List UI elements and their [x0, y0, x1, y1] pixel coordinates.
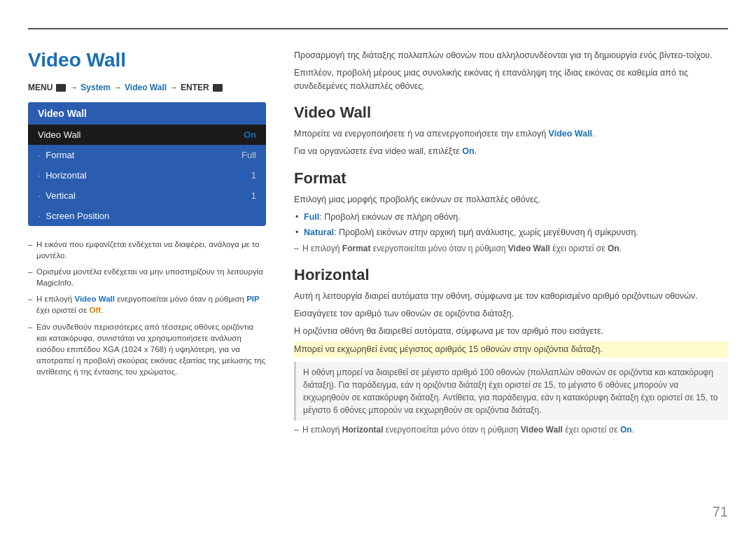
videowall-label: Video Wall: [125, 83, 167, 92]
menu-label: MENU: [28, 83, 52, 92]
menu-box: Video Wall Video Wall On · Format Full ·…: [28, 102, 266, 226]
arrow3: →: [169, 83, 178, 92]
arrow2: →: [113, 83, 122, 92]
intro-line-1: Προσαρμογή της διάταξης πολλαπλών οθονών…: [294, 49, 728, 62]
section-body-horizontal-1: Αυτή η λειτουργία διαιρεί αυτόματα την ο…: [294, 290, 728, 303]
menu-item-format[interactable]: · Format Full: [28, 145, 266, 165]
horizontal-note: Η επιλογή Horizontal ενεργοποιείται μόνο…: [294, 423, 728, 436]
intro-line-2: Επιπλέον, προβολή μέρους μιας συνολικής …: [294, 66, 728, 93]
enter-label: ENTER: [181, 83, 209, 92]
format-note: Η επιλογή Format ενεργοποιείται μόνο ότα…: [294, 242, 728, 255]
page-number: 71: [713, 504, 728, 520]
menu-item-videowall-value: On: [244, 129, 256, 140]
menu-item-vertical-label: · Vertical: [38, 190, 76, 201]
menu-item-format-label: · Format: [38, 150, 74, 160]
notes-section: Η εικόνα που εμφανίζεται ενδέχεται να δι…: [28, 239, 266, 377]
menu-box-header: Video Wall: [28, 102, 266, 125]
menu-item-screenpos[interactable]: · Screen Position: [28, 206, 266, 226]
page-content: Video Wall MENU → System → Video Wall → …: [28, 42, 728, 506]
section-body-videowall-1: Μπορείτε να ενεργοποιήσετε ή να απενεργο…: [294, 127, 728, 141]
menu-item-vertical[interactable]: · Vertical 1: [28, 185, 266, 206]
bullet-full: Full: Προβολή εικόνων σε πλήρη οθόνη.: [294, 211, 728, 224]
system-label: System: [80, 83, 111, 92]
bullet-natural: Natural: Προβολή εικόνων στην αρχική τιμ…: [294, 226, 728, 239]
section-body-horizontal-4: Μπορεί να εκχωρηθεί ένας μέγιστος αριθμό…: [294, 342, 728, 358]
section-body-videowall-2: Για να οργανώσετε ένα video wall, επιλέξ…: [294, 145, 728, 158]
menu-item-vertical-value: 1: [251, 190, 256, 201]
horizontal-note-box: Η οθόνη μπορεί να διαιρεθεί σε μέγιστο α…: [294, 362, 728, 421]
section-title-videowall: Video Wall: [294, 104, 728, 122]
section-title-format: Format: [294, 169, 728, 188]
menu-item-videowall-label: Video Wall: [38, 129, 80, 140]
section-body-horizontal-3: Η οριζόντια οθόνη θα διαιρεθεί αυτόματα,…: [294, 325, 728, 338]
section-body-format-1: Επιλογή μιας μορφής προβολής εικόνων σε …: [294, 193, 728, 206]
menu-item-videowall[interactable]: Video Wall On: [28, 125, 266, 145]
top-divider: [28, 28, 728, 29]
left-column: Video Wall MENU → System → Video Wall → …: [28, 42, 266, 506]
page-title: Video Wall: [28, 49, 266, 71]
menu-item-horizontal-value: 1: [251, 170, 256, 181]
menu-item-horizontal-label: · Horizontal: [38, 170, 87, 181]
arrow1: →: [69, 83, 78, 92]
right-column: Προσαρμογή της διάταξης πολλαπλών οθονών…: [294, 42, 728, 506]
menu-path: MENU → System → Video Wall → ENTER: [28, 83, 266, 92]
section-title-horizontal: Horizontal: [294, 266, 728, 284]
section-body-horizontal-2: Εισαγάγετε τον αριθμό των οθονών σε οριζ…: [294, 307, 728, 321]
menu-icon: [56, 84, 66, 92]
note-2: Ορισμένα μοντέλα ενδέχεται να μην υποστη…: [28, 266, 266, 288]
note-4: Εάν συνδεθούν περισσότερες από τέσσερις …: [28, 321, 266, 377]
menu-item-screenpos-label: · Screen Position: [38, 211, 109, 221]
enter-icon: [213, 84, 223, 92]
menu-item-format-value: Full: [241, 150, 256, 160]
note-3: Η επιλογή Video Wall ενεργοποιείται μόνο…: [28, 293, 266, 316]
note-1: Η εικόνα που εμφανίζεται ενδέχεται να δι…: [28, 239, 266, 261]
menu-item-horizontal[interactable]: · Horizontal 1: [28, 165, 266, 185]
